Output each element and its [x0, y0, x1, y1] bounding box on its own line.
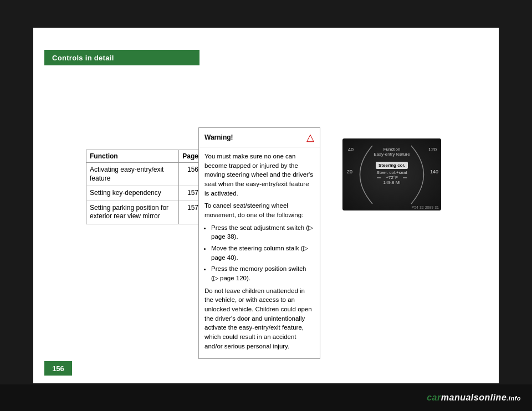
warning-box: Warning! △ You must make sure no one can…: [198, 127, 320, 359]
header-banner-text: Controls in detail: [52, 54, 114, 62]
warning-bullet-1: Press the seat adjustment switch (▷ page…: [211, 223, 314, 242]
col-function-header: Function: [86, 150, 179, 163]
dashboard-inner: 40 120 20 140 ⎯ Function Easy-entry feat…: [342, 138, 441, 210]
warning-footer: Do not leave children unattended in the …: [204, 286, 314, 351]
function-label: Function: [367, 147, 417, 152]
image-caption: P54 32 2089 31: [412, 206, 439, 209]
steering-col-box: Steering col.: [376, 162, 408, 169]
warning-bullet-3: Press the memory position switch (▷ page…: [211, 264, 314, 282]
feature-label: Easy-entry feature: [367, 152, 417, 157]
warning-bullet-list: Press the seat adjustment switch (▷ page…: [211, 223, 314, 283]
table-cell-function: Activating easy-entry/exit feature: [86, 163, 179, 186]
table-row: Setting parking position for exte­rior r…: [86, 201, 202, 224]
warning-title: Warning!: [204, 133, 233, 141]
warning-icon: △: [306, 131, 314, 143]
function-table-section: Function Page Activating easy-entry/exit…: [86, 150, 202, 224]
page-number-box: 156: [44, 361, 72, 376]
page-number: 156: [52, 364, 64, 373]
dashboard-image: 40 120 20 140 ⎯ Function Easy-entry feat…: [342, 138, 441, 210]
warning-header: Warning! △: [199, 128, 320, 147]
plus-button: ⎯: [403, 171, 407, 178]
site-logo-sub: .info: [507, 395, 521, 402]
warning-bullet-2: Move the steering column stalk (▷ page 4…: [211, 244, 314, 262]
site-logo: carmanualsonline.info: [427, 393, 521, 403]
table-cell-function: Setting parking position for exte­rior r…: [86, 201, 179, 224]
function-table: Function Page Activating easy-entry/exit…: [86, 150, 202, 224]
steer-seat-label: Steer. col.+seat: [367, 170, 417, 175]
table-row: Activating easy-entry/exit feature 156: [86, 163, 202, 186]
miles-label: 149.8 MI: [367, 180, 417, 185]
header-banner: Controls in detail: [44, 50, 200, 65]
warning-para-2: To cancel seat/steering wheel movement, …: [204, 201, 314, 219]
warning-body: You must make sure no one can become tra…: [199, 147, 320, 358]
site-logo-main: car: [427, 393, 441, 402]
table-row: Setting key-dependency 157: [86, 186, 202, 201]
site-logo-manuals: manualsonline: [441, 393, 507, 402]
warning-para-1: You must make sure no one can become tra…: [204, 152, 314, 198]
center-display: Function Easy-entry feature Steering col…: [367, 147, 417, 185]
table-cell-function: Setting key-dependency: [86, 186, 179, 201]
temp-label: +72°F: [367, 175, 417, 180]
bottom-bar: carmanualsonline.info: [0, 384, 532, 411]
